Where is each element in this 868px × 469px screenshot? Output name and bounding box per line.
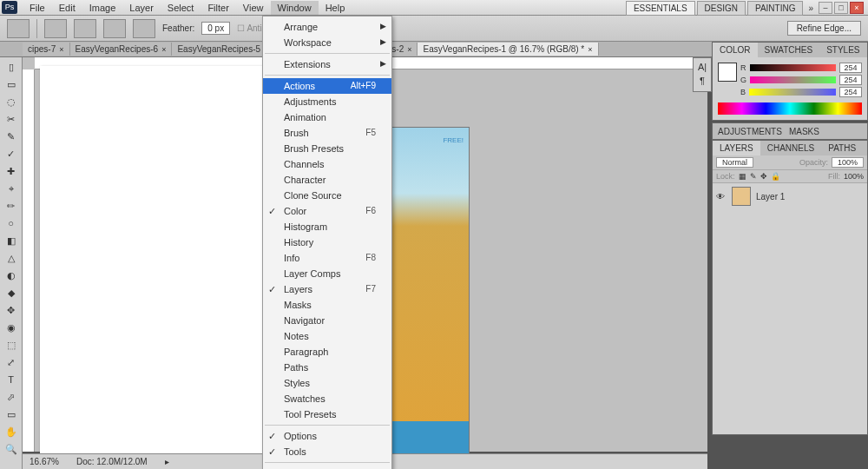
menuitem-brush[interactable]: BrushF5 — [263, 125, 391, 141]
artboard[interactable] — [40, 66, 274, 469]
tool-19[interactable]: ⬀ — [3, 389, 20, 405]
feather-input[interactable]: 0 px — [201, 22, 230, 35]
tab-masks[interactable]: MASKS — [789, 127, 819, 136]
close-icon[interactable]: × — [588, 45, 592, 54]
menu-edit[interactable]: Edit — [52, 1, 82, 15]
menuitem-channels[interactable]: Channels — [263, 156, 391, 172]
spectrum-picker[interactable] — [718, 102, 862, 115]
menuitem-workspace[interactable]: Workspace▶ — [263, 35, 391, 50]
menuitem-color[interactable]: ✓ColorF6 — [263, 203, 391, 219]
tool-7[interactable]: ⌖ — [3, 181, 20, 196]
workspace-painting[interactable]: PAINTING — [747, 1, 803, 16]
menu-file[interactable]: File — [23, 1, 52, 15]
b-slider[interactable] — [749, 89, 836, 96]
tool-16[interactable]: ⬚ — [3, 337, 20, 353]
doc-tab[interactable]: EasyVeganRecipes-6× — [70, 43, 173, 56]
tool-12[interactable]: ◐ — [3, 268, 20, 283]
menuitem-character[interactable]: Character — [263, 172, 391, 188]
tool-20[interactable]: ▭ — [3, 406, 20, 422]
menuitem-navigator[interactable]: Navigator — [263, 313, 391, 328]
menuitem-extensions[interactable]: Extensions▶ — [263, 56, 391, 72]
doc-tab[interactable]: cipes-7× — [23, 43, 70, 56]
r-slider[interactable] — [750, 64, 837, 71]
tool-11[interactable]: △ — [3, 250, 20, 266]
marquee-rect-icon[interactable] — [44, 19, 67, 38]
blend-mode-select[interactable]: Normal — [716, 157, 753, 168]
menuitem-paths[interactable]: Paths — [263, 360, 391, 375]
menuitem-paragraph[interactable]: Paragraph — [263, 344, 391, 360]
current-tool-icon[interactable] — [7, 19, 30, 38]
refine-edge-button[interactable]: Refine Edge... — [787, 21, 861, 36]
window-maximize-icon[interactable]: □ — [834, 2, 848, 14]
tool-10[interactable]: ◧ — [3, 233, 20, 248]
lock-position-icon[interactable]: ✥ — [760, 172, 767, 181]
tool-9[interactable]: ○ — [3, 215, 20, 231]
menuitem-styles[interactable]: Styles — [263, 375, 391, 391]
g-slider[interactable] — [750, 76, 836, 83]
b-value[interactable]: 254 — [839, 87, 862, 97]
lock-pixels-icon[interactable]: ✎ — [750, 172, 757, 181]
menuitem-animation[interactable]: Animation — [263, 109, 391, 125]
tool-8[interactable]: ✏ — [3, 198, 20, 214]
fill-input[interactable]: 100% — [844, 172, 864, 181]
tab-adjustments[interactable]: ADJUSTMENTS — [718, 127, 782, 136]
doc-tab[interactable]: EasyVeganRecipes-5× — [172, 43, 274, 56]
tab-paths[interactable]: PATHS — [821, 141, 863, 155]
g-value[interactable]: 254 — [839, 75, 862, 85]
workspace-more-icon[interactable]: » — [805, 2, 817, 15]
doc-tab-active[interactable]: EasyVeganRecipes-1 @ 16.7% (RGB/8) *× — [418, 43, 598, 56]
r-value[interactable]: 254 — [839, 63, 862, 73]
menuitem-swatches[interactable]: Swatches — [263, 391, 391, 406]
menuitem-info[interactable]: InfoF8 — [263, 250, 391, 266]
collapsed-panel-strip[interactable]: A| ¶ — [693, 57, 712, 92]
status-more-icon[interactable]: ▸ — [165, 457, 169, 466]
tool-2[interactable]: ◌ — [3, 94, 20, 109]
tool-15[interactable]: ◉ — [3, 320, 20, 335]
menuitem-histogram[interactable]: Histogram — [263, 219, 391, 234]
menuitem-tool-presets[interactable]: Tool Presets — [263, 406, 391, 422]
close-icon[interactable]: × — [59, 45, 63, 54]
menuitem-history[interactable]: History — [263, 234, 391, 250]
menuitem-masks[interactable]: Masks — [263, 297, 391, 313]
tool-4[interactable]: ✎ — [3, 129, 20, 144]
zoom-level[interactable]: 16.67% — [30, 457, 59, 466]
adjustments-panel[interactable]: ADJUSTMENTS MASKS — [712, 122, 868, 140]
layer-row[interactable]: 👁 Layer 1 — [713, 183, 867, 209]
menuitem-options[interactable]: ✓Options — [263, 428, 391, 444]
tool-1[interactable]: ▭ — [3, 76, 20, 92]
foreground-swatch[interactable] — [718, 63, 737, 82]
document-preview[interactable]: FREE! — [387, 127, 470, 457]
tool-13[interactable]: ◆ — [3, 285, 20, 301]
tab-color[interactable]: COLOR — [713, 43, 758, 57]
opacity-input[interactable]: 100% — [832, 157, 864, 168]
menu-layer[interactable]: Layer — [122, 1, 161, 15]
menuitem-1-easyveganrecipes-16[interactable]: 1 EasyVeganRecipes-16 — [263, 466, 391, 469]
visibility-icon[interactable]: 👁 — [716, 192, 727, 201]
tab-layers[interactable]: LAYERS — [713, 141, 760, 155]
tool-5[interactable]: ✓ — [3, 146, 20, 162]
marquee-sub-icon[interactable] — [103, 19, 126, 38]
marquee-add-icon[interactable] — [74, 19, 96, 38]
character-panel-icon[interactable]: A| — [698, 62, 707, 72]
menu-view[interactable]: View — [236, 1, 271, 15]
tool-18[interactable]: T — [3, 372, 20, 387]
menu-select[interactable]: Select — [161, 1, 201, 15]
tool-17[interactable]: ⤢ — [3, 354, 20, 370]
tool-22[interactable]: 🔍 — [3, 441, 20, 457]
close-icon[interactable]: × — [407, 45, 411, 54]
menu-window[interactable]: Window — [271, 1, 319, 15]
menuitem-adjustments[interactable]: Adjustments — [263, 94, 391, 109]
menuitem-arrange[interactable]: Arrange▶ — [263, 19, 391, 35]
menu-help[interactable]: Help — [319, 1, 352, 15]
lock-transparent-icon[interactable]: ▦ — [739, 172, 746, 181]
layer-thumbnail[interactable] — [732, 187, 751, 206]
lock-all-icon[interactable]: 🔒 — [771, 172, 780, 181]
tab-swatches[interactable]: SWATCHES — [758, 43, 820, 57]
tool-21[interactable]: ✋ — [3, 424, 20, 439]
tool-14[interactable]: ✥ — [3, 302, 20, 318]
menuitem-layer-comps[interactable]: Layer Comps — [263, 266, 391, 281]
menuitem-actions[interactable]: ActionsAlt+F9 — [263, 78, 391, 94]
menuitem-notes[interactable]: Notes — [263, 328, 391, 344]
tool-6[interactable]: ✚ — [3, 163, 20, 179]
layer-name[interactable]: Layer 1 — [756, 192, 785, 201]
